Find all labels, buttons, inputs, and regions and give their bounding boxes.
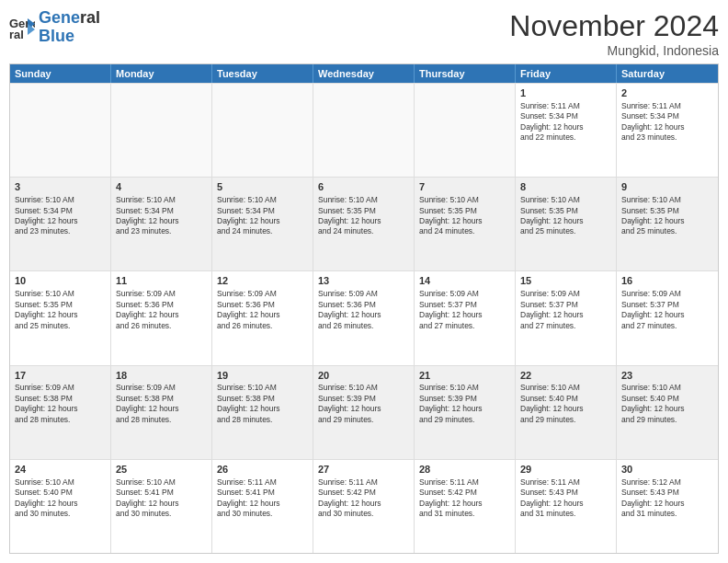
calendar-cell <box>111 84 212 177</box>
day-number: 8 <box>520 180 611 194</box>
calendar-cell: 14Sunrise: 5:09 AM Sunset: 5:37 PM Dayli… <box>415 271 516 364</box>
day-info: Sunrise: 5:11 AM Sunset: 5:34 PM Dayligh… <box>621 101 713 144</box>
day-number: 15 <box>520 274 611 288</box>
weekday-header-thursday: Thursday <box>415 64 516 83</box>
day-number: 16 <box>621 274 713 288</box>
calendar-cell <box>415 84 516 177</box>
day-info: Sunrise: 5:11 AM Sunset: 5:34 PM Dayligh… <box>520 101 611 144</box>
day-info: Sunrise: 5:09 AM Sunset: 5:38 PM Dayligh… <box>116 383 207 425</box>
calendar-cell: 19Sunrise: 5:10 AM Sunset: 5:38 PM Dayli… <box>212 366 313 459</box>
logo-text: GeneralBlue <box>39 9 100 46</box>
day-info: Sunrise: 5:10 AM Sunset: 5:35 PM Dayligh… <box>621 195 713 237</box>
day-info: Sunrise: 5:11 AM Sunset: 5:42 PM Dayligh… <box>419 477 510 520</box>
day-info: Sunrise: 5:09 AM Sunset: 5:36 PM Dayligh… <box>116 289 207 331</box>
day-info: Sunrise: 5:10 AM Sunset: 5:34 PM Dayligh… <box>217 195 308 237</box>
day-info: Sunrise: 5:09 AM Sunset: 5:37 PM Dayligh… <box>419 289 510 331</box>
day-info: Sunrise: 5:10 AM Sunset: 5:41 PM Dayligh… <box>116 477 207 520</box>
day-number: 13 <box>318 274 409 288</box>
calendar-cell: 27Sunrise: 5:11 AM Sunset: 5:42 PM Dayli… <box>313 460 415 553</box>
day-info: Sunrise: 5:09 AM Sunset: 5:37 PM Dayligh… <box>520 289 611 331</box>
calendar-cell: 30Sunrise: 5:12 AM Sunset: 5:43 PM Dayli… <box>617 460 718 553</box>
calendar-cell: 9Sunrise: 5:10 AM Sunset: 5:35 PM Daylig… <box>617 178 718 270</box>
day-number: 9 <box>621 180 713 194</box>
day-number: 10 <box>15 274 106 288</box>
day-number: 17 <box>15 369 106 383</box>
calendar-cell: 10Sunrise: 5:10 AM Sunset: 5:35 PM Dayli… <box>10 271 111 364</box>
day-number: 4 <box>116 180 207 194</box>
calendar-row-0: 1Sunrise: 5:11 AM Sunset: 5:34 PM Daylig… <box>10 83 718 177</box>
day-info: Sunrise: 5:11 AM Sunset: 5:42 PM Dayligh… <box>318 477 409 520</box>
calendar-row-4: 24Sunrise: 5:10 AM Sunset: 5:40 PM Dayli… <box>10 459 718 553</box>
day-info: Sunrise: 5:10 AM Sunset: 5:39 PM Dayligh… <box>419 383 510 425</box>
calendar-cell: 5Sunrise: 5:10 AM Sunset: 5:34 PM Daylig… <box>212 178 313 270</box>
month-title: November 2024 <box>509 9 719 43</box>
weekday-header-friday: Friday <box>516 64 617 83</box>
day-info: Sunrise: 5:09 AM Sunset: 5:37 PM Dayligh… <box>621 289 713 331</box>
calendar-cell: 26Sunrise: 5:11 AM Sunset: 5:41 PM Dayli… <box>212 460 313 553</box>
day-info: Sunrise: 5:10 AM Sunset: 5:35 PM Dayligh… <box>419 195 510 237</box>
calendar-cell: 12Sunrise: 5:09 AM Sunset: 5:36 PM Dayli… <box>212 271 313 364</box>
day-number: 20 <box>318 369 409 383</box>
day-info: Sunrise: 5:10 AM Sunset: 5:34 PM Dayligh… <box>116 195 207 237</box>
day-number: 14 <box>419 274 510 288</box>
calendar-cell: 2Sunrise: 5:11 AM Sunset: 5:34 PM Daylig… <box>617 84 718 177</box>
calendar: SundayMondayTuesdayWednesdayThursdayFrid… <box>9 63 719 554</box>
calendar-cell <box>10 84 111 177</box>
calendar-cell: 13Sunrise: 5:09 AM Sunset: 5:36 PM Dayli… <box>313 271 415 364</box>
calendar-cell: 15Sunrise: 5:09 AM Sunset: 5:37 PM Dayli… <box>516 271 617 364</box>
calendar-cell: 18Sunrise: 5:09 AM Sunset: 5:38 PM Dayli… <box>111 366 212 459</box>
day-number: 1 <box>520 86 611 100</box>
day-info: Sunrise: 5:12 AM Sunset: 5:43 PM Dayligh… <box>621 477 713 520</box>
day-number: 19 <box>217 369 308 383</box>
calendar-cell: 3Sunrise: 5:10 AM Sunset: 5:34 PM Daylig… <box>10 178 111 270</box>
day-number: 26 <box>217 463 308 477</box>
day-info: Sunrise: 5:10 AM Sunset: 5:38 PM Dayligh… <box>217 383 308 425</box>
calendar-cell: 4Sunrise: 5:10 AM Sunset: 5:34 PM Daylig… <box>111 178 212 270</box>
calendar-cell: 7Sunrise: 5:10 AM Sunset: 5:35 PM Daylig… <box>415 178 516 270</box>
day-info: Sunrise: 5:11 AM Sunset: 5:41 PM Dayligh… <box>217 477 308 520</box>
calendar-body: 1Sunrise: 5:11 AM Sunset: 5:34 PM Daylig… <box>10 83 718 553</box>
calendar-cell: 20Sunrise: 5:10 AM Sunset: 5:39 PM Dayli… <box>313 366 415 459</box>
weekday-header-saturday: Saturday <box>617 64 718 83</box>
day-info: Sunrise: 5:10 AM Sunset: 5:35 PM Dayligh… <box>520 195 611 237</box>
day-number: 12 <box>217 274 308 288</box>
calendar-cell: 6Sunrise: 5:10 AM Sunset: 5:35 PM Daylig… <box>313 178 415 270</box>
calendar-cell: 11Sunrise: 5:09 AM Sunset: 5:36 PM Dayli… <box>111 271 212 364</box>
weekday-header-tuesday: Tuesday <box>212 64 313 83</box>
day-number: 18 <box>116 369 207 383</box>
calendar-cell: 29Sunrise: 5:11 AM Sunset: 5:43 PM Dayli… <box>516 460 617 553</box>
day-info: Sunrise: 5:10 AM Sunset: 5:35 PM Dayligh… <box>15 289 106 331</box>
day-number: 21 <box>419 369 510 383</box>
calendar-cell: 25Sunrise: 5:10 AM Sunset: 5:41 PM Dayli… <box>111 460 212 553</box>
day-number: 29 <box>520 463 611 477</box>
svg-text:ral: ral <box>9 28 24 40</box>
day-number: 11 <box>116 274 207 288</box>
day-info: Sunrise: 5:10 AM Sunset: 5:40 PM Dayligh… <box>621 383 713 425</box>
day-info: Sunrise: 5:10 AM Sunset: 5:34 PM Dayligh… <box>15 195 106 237</box>
calendar-cell: 22Sunrise: 5:10 AM Sunset: 5:40 PM Dayli… <box>516 366 617 459</box>
weekday-header-sunday: Sunday <box>10 64 111 83</box>
title-section: November 2024 Mungkid, Indonesia <box>509 9 719 58</box>
day-number: 5 <box>217 180 308 194</box>
day-number: 3 <box>15 180 106 194</box>
day-info: Sunrise: 5:09 AM Sunset: 5:36 PM Dayligh… <box>318 289 409 331</box>
day-number: 2 <box>621 86 713 100</box>
calendar-cell: 28Sunrise: 5:11 AM Sunset: 5:42 PM Dayli… <box>415 460 516 553</box>
day-info: Sunrise: 5:09 AM Sunset: 5:36 PM Dayligh… <box>217 289 308 331</box>
calendar-cell: 21Sunrise: 5:10 AM Sunset: 5:39 PM Dayli… <box>415 366 516 459</box>
weekday-header-monday: Monday <box>111 64 212 83</box>
day-info: Sunrise: 5:09 AM Sunset: 5:38 PM Dayligh… <box>15 383 106 425</box>
day-info: Sunrise: 5:11 AM Sunset: 5:43 PM Dayligh… <box>520 477 611 520</box>
calendar-cell <box>313 84 415 177</box>
day-number: 27 <box>318 463 409 477</box>
day-info: Sunrise: 5:10 AM Sunset: 5:40 PM Dayligh… <box>15 477 106 520</box>
weekday-header-wednesday: Wednesday <box>313 64 415 83</box>
calendar-cell: 8Sunrise: 5:10 AM Sunset: 5:35 PM Daylig… <box>516 178 617 270</box>
calendar-row-1: 3Sunrise: 5:10 AM Sunset: 5:34 PM Daylig… <box>10 177 718 270</box>
day-info: Sunrise: 5:10 AM Sunset: 5:39 PM Dayligh… <box>318 383 409 425</box>
location: Mungkid, Indonesia <box>509 43 719 58</box>
logo-icon: Gene ral <box>9 15 35 40</box>
calendar-cell: 16Sunrise: 5:09 AM Sunset: 5:37 PM Dayli… <box>617 271 718 364</box>
calendar-cell: 1Sunrise: 5:11 AM Sunset: 5:34 PM Daylig… <box>516 84 617 177</box>
calendar-cell <box>212 84 313 177</box>
